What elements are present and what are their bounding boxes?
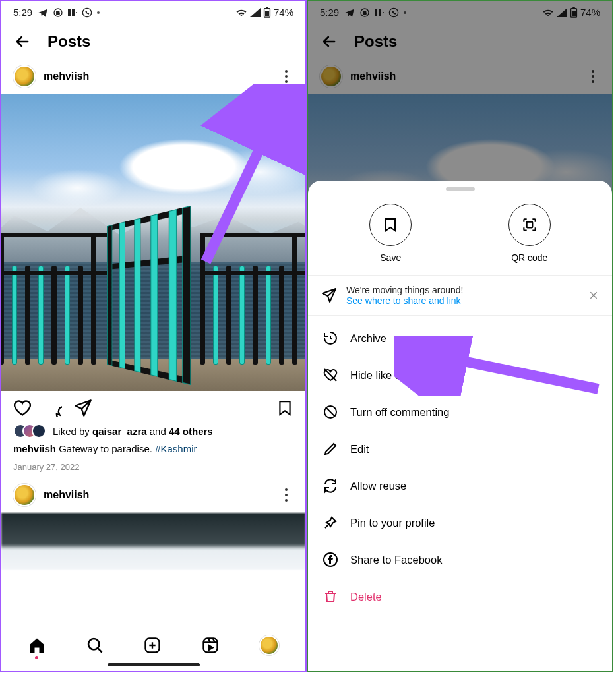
trash-icon <box>323 589 338 604</box>
post-username[interactable]: mehviish <box>44 489 89 501</box>
sheet-top-row: Save QR code <box>308 194 612 276</box>
caption-username[interactable]: mehviish <box>13 443 56 454</box>
archive-icon <box>323 330 338 346</box>
circle-b-icon: B <box>53 7 63 18</box>
caption-hashtag[interactable]: #Kashmir <box>155 443 197 454</box>
svg-point-11 <box>285 80 288 83</box>
telegram-icon <box>38 7 48 18</box>
post-header: mehviish <box>1 63 305 94</box>
post2-header: mehviish <box>1 481 305 513</box>
info-text: We're moving things around! See where to… <box>346 285 464 306</box>
svg-rect-2 <box>68 9 71 16</box>
bookmark-icon[interactable] <box>276 399 293 417</box>
menu-hide-like-count[interactable]: Hide like count <box>308 357 612 394</box>
status-dot <box>97 11 100 14</box>
svg-rect-31 <box>526 222 532 228</box>
battery-percent: 74% <box>274 7 293 18</box>
edit-icon <box>323 441 338 457</box>
post-caption: mehviish Gateway to paradise. #Kashmir <box>1 440 305 458</box>
post-username[interactable]: mehviish <box>44 71 89 82</box>
info-banner[interactable]: We're moving things around! See where to… <box>308 276 612 316</box>
bookmark-icon <box>383 216 398 233</box>
like-icon[interactable] <box>13 399 32 417</box>
gesture-bar <box>108 663 200 666</box>
post-options-button[interactable] <box>279 65 293 88</box>
svg-point-9 <box>285 70 288 73</box>
menu-edit[interactable]: Edit <box>308 430 612 467</box>
comment-icon[interactable] <box>44 399 62 417</box>
svg-point-10 <box>285 75 288 78</box>
likes-row[interactable]: Liked by qaisar_azra and 44 others <box>1 423 305 440</box>
screenshot-right: 5:29 B 74% Posts mehviish <box>307 0 613 672</box>
status-time: 5:29 <box>13 7 32 18</box>
menu-share-facebook[interactable]: Share to Facebook <box>308 541 612 578</box>
wifi-icon <box>235 8 247 17</box>
bars-icon <box>68 8 77 17</box>
comment-off-icon <box>323 404 338 420</box>
more-vertical-icon <box>284 69 288 84</box>
signal-icon <box>250 8 261 17</box>
qr-code-button[interactable]: QR code <box>508 204 551 263</box>
svg-point-4 <box>76 12 77 13</box>
page-title: Posts <box>47 32 90 51</box>
battery-icon <box>263 7 271 18</box>
post-image[interactable] <box>1 94 305 391</box>
caption-text: Gateway to paradise. <box>56 443 155 454</box>
svg-point-14 <box>285 499 288 502</box>
options-sheet: Save QR code We're moving things around!… <box>308 181 612 671</box>
menu-archive[interactable]: Archive <box>308 320 612 357</box>
post2-image[interactable] <box>1 513 305 570</box>
svg-point-15 <box>88 639 99 649</box>
status-right: 74% <box>235 7 293 18</box>
phone-circle-icon <box>82 7 92 18</box>
sheet-grabber[interactable] <box>446 187 475 191</box>
avatar[interactable] <box>13 65 36 88</box>
more-vertical-icon <box>284 488 288 502</box>
post-date: January 27, 2022 <box>1 458 305 481</box>
svg-rect-8 <box>265 11 269 16</box>
svg-point-13 <box>285 494 288 496</box>
info-link[interactable]: See where to share and link <box>346 295 464 306</box>
share-icon[interactable] <box>74 399 92 417</box>
hide-like-icon <box>323 367 338 383</box>
home-icon[interactable] <box>28 636 46 655</box>
like-avatars <box>13 424 46 438</box>
search-icon[interactable] <box>86 636 104 655</box>
qr-icon <box>521 216 538 233</box>
menu-delete[interactable]: Delete <box>308 578 612 615</box>
status-icons-left: B <box>38 7 100 18</box>
back-icon[interactable] <box>13 32 32 51</box>
profile-tab-avatar[interactable] <box>259 635 279 655</box>
status-bar: 5:29 B 74% <box>1 1 305 20</box>
facebook-icon <box>323 552 338 568</box>
reels-icon[interactable] <box>201 636 220 655</box>
svg-rect-3 <box>72 9 75 16</box>
likes-text: Liked by qaisar_azra and 44 others <box>53 426 213 437</box>
status-left: 5:29 B <box>13 7 100 18</box>
reuse-icon <box>323 478 338 494</box>
svg-rect-17 <box>204 639 218 653</box>
menu-pin-profile[interactable]: Pin to your profile <box>308 504 612 541</box>
save-button[interactable]: Save <box>369 204 412 263</box>
create-icon[interactable] <box>143 636 162 655</box>
app-header: Posts <box>1 20 305 63</box>
pin-icon <box>323 515 338 531</box>
screenshot-left: 5:29 B 74% Posts mehviish <box>0 0 307 672</box>
close-icon[interactable] <box>588 290 599 301</box>
post-options-button[interactable] <box>279 484 293 506</box>
share-icon <box>321 287 337 303</box>
post-actions <box>1 391 305 423</box>
menu-turn-off-commenting[interactable]: Turn off commenting <box>308 394 612 430</box>
svg-rect-7 <box>266 7 268 9</box>
svg-point-12 <box>285 488 288 491</box>
sheet-menu: Archive Hide like count Turn off comment… <box>308 316 612 619</box>
menu-allow-reuse[interactable]: Allow reuse <box>308 467 612 504</box>
avatar[interactable] <box>13 484 36 506</box>
svg-text:B: B <box>57 9 60 15</box>
